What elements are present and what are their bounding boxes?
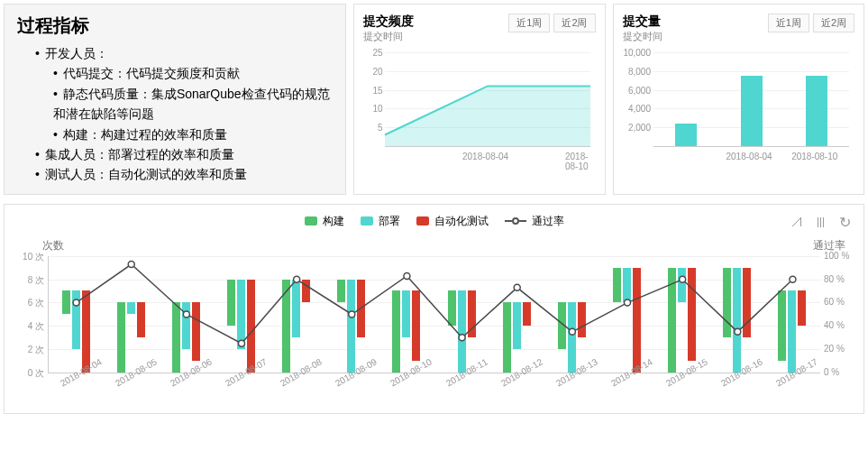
bar-自动化测试 — [468, 290, 476, 337]
bar-view-icon[interactable]: ⫼ — [814, 214, 828, 231]
bar-构建 — [62, 290, 70, 314]
chart-subtitle: 提交时间 — [623, 30, 662, 43]
bar-构建 — [668, 268, 676, 373]
bar-部署 — [402, 290, 410, 337]
bar-自动化测试 — [688, 268, 696, 361]
bar-构建 — [448, 290, 456, 326]
refresh-icon[interactable]: ↻ — [839, 214, 851, 231]
info-item: 测试人员：自动化测试的效率和质量 — [35, 164, 333, 184]
range-2week-button[interactable]: 近2周 — [553, 14, 595, 32]
bar-group — [172, 302, 200, 372]
bar-部署 — [623, 268, 631, 303]
x-tick: 2018-08-10 — [565, 152, 596, 171]
bar-部署 — [788, 290, 796, 372]
range-2week-button[interactable]: 近2周 — [813, 14, 854, 32]
bar-group — [117, 302, 145, 372]
range-1week-button[interactable]: 近1周 — [768, 14, 809, 32]
legend-test[interactable]: 自动化测试 — [416, 214, 489, 229]
bar-构建 — [117, 302, 125, 372]
y-right-tick: 60 % — [824, 297, 854, 307]
legend-build[interactable]: 构建 — [305, 214, 344, 229]
bar-自动化测试 — [633, 268, 641, 373]
bar-group — [62, 290, 90, 372]
bar-部署 — [127, 302, 135, 314]
bar-自动化测试 — [412, 290, 420, 360]
bar-构建 — [227, 280, 235, 327]
y-tick: 4,000 — [628, 104, 651, 114]
bar-group — [558, 302, 586, 372]
bar-group — [392, 290, 420, 372]
bar-部署 — [458, 290, 466, 372]
bar-部署 — [678, 268, 686, 303]
info-subitem: 构建：构建过程的效率和质量 — [53, 124, 333, 144]
bar-自动化测试 — [743, 268, 751, 337]
info-panel: 过程指标 开发人员： 代码提交：代码提交频度和贡献 静态代码质量：集成Sonar… — [4, 4, 346, 195]
y-tick: 2,000 — [628, 123, 651, 133]
bar-部署 — [182, 302, 190, 349]
y-left-tick: 6 次 — [14, 297, 44, 309]
bar-构建 — [778, 290, 786, 360]
range-1week-button[interactable]: 近1周 — [508, 14, 550, 32]
svg-point-7 — [404, 272, 410, 279]
y-right-tick: 80 % — [824, 274, 854, 284]
bar-部署 — [292, 280, 300, 338]
bar-部署 — [347, 280, 355, 373]
y-right-tick: 0 % — [824, 367, 854, 377]
x-tick: 2018-08-04 — [726, 152, 772, 161]
y-tick: 10 — [372, 104, 382, 114]
bar-构建 — [723, 268, 731, 337]
bar-group — [613, 268, 641, 373]
chart-toolbar: ⩘ ⫼ ↻ — [789, 214, 851, 231]
bar-自动化测试 — [523, 302, 531, 326]
legend-deploy[interactable]: 部署 — [361, 214, 400, 229]
y-left-tick: 10 次 — [14, 251, 44, 263]
bar-部署 — [568, 302, 576, 372]
bar-自动化测试 — [247, 280, 255, 373]
bar-构建 — [503, 302, 511, 372]
bar-构建 — [613, 268, 621, 303]
line-view-icon[interactable]: ⩘ — [789, 214, 803, 231]
bar-部署 — [237, 280, 245, 349]
x-tick: 2018-08-10 — [791, 152, 837, 161]
bar-部署 — [733, 268, 741, 373]
info-title: 过程指标 — [17, 14, 333, 38]
y-right-tick: 20 % — [824, 344, 854, 354]
x-tick: 2018-08-04 — [462, 152, 508, 161]
y-tick: 6,000 — [628, 86, 651, 96]
chart-title: 提交量 — [623, 14, 662, 30]
bar-自动化测试 — [82, 290, 90, 372]
commit-frequency-chart: 提交频度 提交时间 近1周 近2周 5101520252018-08-04201… — [353, 4, 606, 195]
bar-group — [668, 268, 696, 373]
y-left-tick: 4 次 — [14, 320, 44, 333]
y-right-tick: 40 % — [824, 320, 854, 330]
bar-自动化测试 — [192, 302, 200, 361]
bar-group — [778, 290, 806, 372]
bar-构建 — [337, 280, 345, 303]
info-subitem: 代码提交：代码提交频度和贡献 — [53, 63, 333, 83]
bar-group — [448, 290, 476, 372]
bar-构建 — [392, 290, 400, 372]
svg-point-9 — [514, 284, 520, 290]
process-metrics-chart: 构建 部署 自动化测试 通过率 ⩘ ⫼ ↻ 次数 通过率 2018-08-042… — [4, 204, 864, 414]
bar-自动化测试 — [357, 280, 365, 338]
y-tick: 8,000 — [628, 67, 651, 77]
chart-subtitle: 提交时间 — [363, 30, 414, 43]
y-tick: 20 — [372, 67, 382, 77]
bar-group — [282, 280, 310, 373]
bar-构建 — [282, 280, 290, 373]
bar-自动化测试 — [578, 302, 586, 337]
legend-passrate[interactable]: 通过率 — [505, 214, 564, 229]
y-left-tick: 2 次 — [14, 344, 44, 356]
info-item: 开发人员： 代码提交：代码提交频度和贡献 静态代码质量：集成SonarQube检… — [35, 43, 333, 144]
y-tick: 15 — [372, 86, 382, 96]
bar-自动化测试 — [137, 302, 145, 337]
bar-group — [723, 268, 751, 373]
y-tick: 25 — [372, 48, 382, 58]
bar — [806, 76, 827, 146]
bar-group — [503, 302, 531, 372]
y-left-tick: 8 次 — [14, 274, 44, 287]
bar-group — [227, 280, 255, 373]
commit-volume-chart: 提交量 提交时间 近1周 近2周 2,0004,0006,0008,00010,… — [613, 4, 865, 195]
bar — [741, 76, 763, 146]
bar-group — [337, 280, 365, 373]
